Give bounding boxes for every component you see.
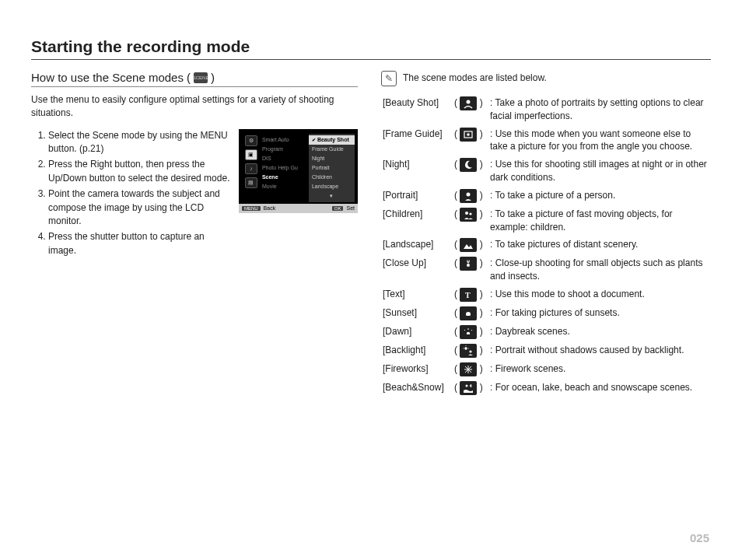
menu-tag: MENU [242, 206, 261, 211]
section-title: How to use the Scene modes ( SCENE ) [31, 71, 358, 87]
scene-label: [Frame Guide] [381, 125, 453, 156]
children-icon [460, 208, 477, 222]
lcd-mode-list: Smart Auto Program DIS Photo Help Gu Sce… [261, 134, 309, 202]
scene-description: : Use this mode to shoot a document. [488, 285, 711, 304]
scene-label: [Text] [381, 285, 453, 304]
night-icon [460, 158, 477, 172]
closeup-icon [460, 257, 477, 271]
lcd-mode-item-selected: Scene [262, 173, 307, 182]
lcd-submenu: Beauty Shot Frame Guide Night Portrait C… [309, 134, 355, 202]
scene-icon-cell: ( ) [453, 304, 488, 323]
scene-icon-cell: ( ) [453, 156, 488, 187]
scene-icon-cell: ( ) [453, 94, 488, 125]
scene-description: : Use this for shooting still images at … [488, 156, 711, 187]
scene-icon-cell: ( ) [453, 254, 488, 285]
lcd-submenu-item: Children [312, 173, 352, 182]
frame-icon [460, 128, 477, 142]
scene-title-icon: SCENE [194, 72, 208, 83]
note-icon: ✎ [381, 71, 397, 86]
sunset-icon [460, 306, 477, 320]
lcd-mode-item: DIS [262, 154, 307, 163]
scene-label: [Landscape] [381, 236, 453, 254]
scene-table: [Beauty Shot]( ): Take a photo of portra… [381, 94, 711, 397]
scene-label: [Backlight] [381, 341, 453, 360]
table-row: [Frame Guide]( ): Use this mode when you… [381, 125, 711, 156]
scene-description: : Firework scenes. [488, 360, 711, 379]
lcd-preview: ⚙ ▣ ♪ ▤ Smart Auto Program DIS Photo Hel… [239, 129, 358, 213]
lcd-footer: MENU Back OK Set [239, 204, 358, 213]
scene-icon-cell: ( ) [453, 187, 488, 205]
step-3: Point the camera towards the subject and… [48, 187, 231, 228]
scene-label: [Beauty Shot] [381, 94, 453, 125]
beauty-icon [460, 96, 477, 110]
table-row: [Night]( ): Use this for shooting still … [381, 156, 711, 187]
table-row: [Fireworks]( ): Firework scenes. [381, 360, 711, 379]
table-row: [Text]( ): Use this mode to shoot a docu… [381, 285, 711, 304]
back-label: Back [264, 205, 276, 211]
lcd-submenu-item: Landscape [312, 182, 352, 191]
lcd-submenu-item: Portrait [312, 163, 352, 173]
scene-icon-cell: ( ) [453, 125, 488, 156]
section-title-suffix: ) [211, 71, 215, 84]
page-title: Starting the recording mode [31, 37, 711, 60]
section-title-prefix: How to use the Scene modes ( [31, 71, 191, 84]
backlight-icon [460, 344, 477, 358]
beach-icon [460, 381, 477, 395]
scene-description: : To take pictures of distant scenery. [488, 236, 711, 254]
scene-icon-cell: ( ) [453, 379, 488, 397]
table-row: [Beach&Snow]( ): For ocean, lake, beach … [381, 379, 711, 397]
scene-icon-cell: ( ) [453, 205, 488, 236]
lcd-mode-item: Movie [262, 182, 307, 191]
lcd-tab-icon: ⚙ [245, 135, 257, 146]
intro-text: Use the menu to easily configure optimal… [31, 93, 358, 120]
table-row: [Sunset]( ): For taking pictures of suns… [381, 304, 711, 323]
lcd-tab-icon: ▤ [245, 177, 257, 188]
portrait-icon [460, 189, 477, 203]
scene-label: [Dawn] [381, 323, 453, 341]
scene-label: [Night] [381, 156, 453, 187]
step-4: Press the shutter button to capture an i… [48, 230, 231, 257]
scene-icon-cell: ( ) [453, 323, 488, 341]
table-row: [Dawn]( ): Daybreak scenes. [381, 323, 711, 341]
lcd-submenu-selected: Beauty Shot [309, 135, 355, 145]
step-2: Press the Right button, then press the U… [48, 158, 231, 185]
scene-description: : Close-up shooting for small objects su… [488, 254, 711, 285]
steps-row: Select the Scene mode by using the MENU … [31, 129, 358, 261]
scene-icon-cell: ( ) [453, 341, 488, 360]
chevron-down-icon: ▾ [312, 191, 352, 201]
dawn-icon [460, 325, 477, 339]
scene-description: : To take a picture of fast moving objec… [488, 205, 711, 236]
fireworks-icon [460, 362, 477, 376]
lcd-mode-item: Photo Help Gu [262, 163, 307, 173]
scene-icon-cell: ( ) [453, 236, 488, 254]
scene-description: : For ocean, lake, beach and snowscape s… [488, 379, 711, 397]
step-1: Select the Scene mode by using the MENU … [48, 129, 231, 156]
table-row: [Beauty Shot]( ): Take a photo of portra… [381, 94, 711, 125]
table-row: [Close Up]( ): Close-up shooting for sma… [381, 254, 711, 285]
lcd-tab-icon: ▣ [245, 149, 257, 160]
scene-icon-cell: ( ) [453, 285, 488, 304]
scene-label: [Fireworks] [381, 360, 453, 379]
lcd-left-tabs: ⚙ ▣ ♪ ▤ [242, 134, 261, 202]
lcd-mode-item: Smart Auto [262, 135, 307, 145]
main-columns: How to use the Scene modes ( SCENE ) Use… [31, 71, 711, 397]
page-number: 025 [690, 531, 709, 544]
scene-icon-cell: ( ) [453, 360, 488, 379]
lcd-submenu-item: Frame Guide [312, 145, 352, 154]
scene-label: [Sunset] [381, 304, 453, 323]
table-row: [Children]( ): To take a picture of fast… [381, 205, 711, 236]
note-row: ✎ The scene modes are listed below. [381, 71, 711, 86]
scene-description: : To take a picture of a person. [488, 187, 711, 205]
scene-description: : Use this mode when you want someone el… [488, 125, 711, 156]
table-row: [Portrait]( ): To take a picture of a pe… [381, 187, 711, 205]
lcd-submenu-item: Night [312, 154, 352, 163]
scene-description: : For taking pictures of sunsets. [488, 304, 711, 323]
scene-label: [Close Up] [381, 254, 453, 285]
landscape-icon [460, 238, 477, 252]
table-row: [Landscape]( ): To take pictures of dist… [381, 236, 711, 254]
note-text: The scene modes are listed below. [403, 71, 547, 83]
text-icon [460, 288, 477, 302]
scene-label: [Children] [381, 205, 453, 236]
left-column: How to use the Scene modes ( SCENE ) Use… [31, 71, 358, 397]
ok-tag: OK [332, 206, 344, 211]
